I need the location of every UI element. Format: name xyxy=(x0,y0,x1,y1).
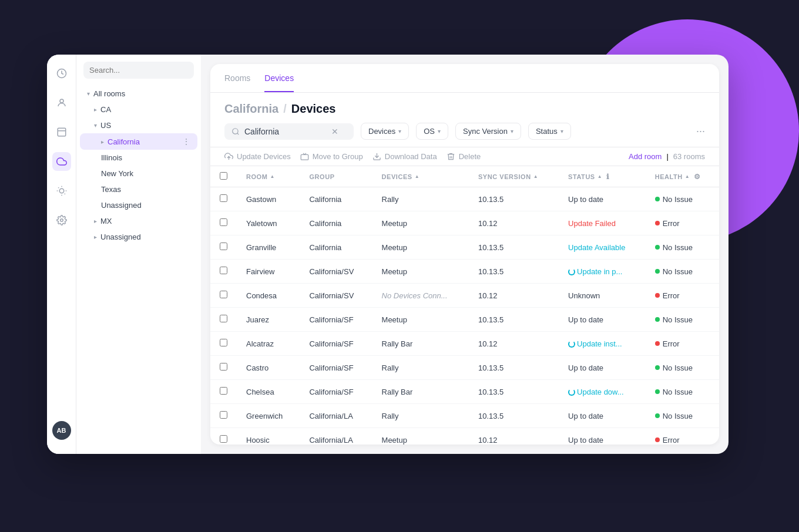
cell-group: California/SV xyxy=(300,284,372,308)
filter-os-button[interactable]: OS ▾ xyxy=(416,123,448,140)
nav-item-new-york[interactable]: New York xyxy=(80,166,197,181)
sort-status[interactable]: STATUS xyxy=(568,173,602,180)
cell-health: No Issue xyxy=(646,187,719,211)
cell-health: Error xyxy=(646,284,719,308)
sort-devices[interactable]: DEVICES xyxy=(382,173,420,180)
update-devices-button[interactable]: Update Devices xyxy=(224,152,291,161)
nav-icon-light[interactable] xyxy=(52,181,71,200)
select-all-header[interactable] xyxy=(210,166,237,187)
download-data-button[interactable]: Download Data xyxy=(372,152,437,161)
add-room-button[interactable]: Add room xyxy=(629,152,662,161)
health-badge: Error xyxy=(655,436,680,445)
row-checkbox[interactable] xyxy=(220,243,227,250)
more-options-button[interactable]: ··· xyxy=(696,125,705,137)
cell-status: Update Available xyxy=(559,235,646,260)
table-row[interactable]: GastownCaliforniaRally10.13.5Up to dateN… xyxy=(210,187,719,211)
filter-devices-button[interactable]: Devices ▾ xyxy=(361,123,409,140)
nav-item-all-rooms[interactable]: ▾ All rooms xyxy=(80,86,197,102)
row-checkbox[interactable] xyxy=(220,435,227,443)
three-dot-menu[interactable]: ⋮ xyxy=(182,137,190,146)
health-settings-icon[interactable]: ⚙ xyxy=(694,173,701,181)
nav-item-unassigned-us[interactable]: Unassigned xyxy=(80,197,197,213)
col-header-sync-version[interactable]: SYNC VERSION xyxy=(469,166,559,187)
cell-health: No Issue xyxy=(646,404,719,428)
table-row[interactable]: HoosicCalifornia/LAMeetup10.12Up to date… xyxy=(210,428,719,445)
cell-group: California/SF xyxy=(300,332,372,356)
table-row[interactable]: JuarezCalifornia/SFMeetup10.13.5Up to da… xyxy=(210,308,719,332)
table-row[interactable]: AlcatrazCalifornia/SFRally Bar10.12Updat… xyxy=(210,332,719,356)
cell-sync-version: 10.12 xyxy=(469,211,559,235)
sort-health[interactable]: HEALTH xyxy=(655,173,690,180)
nav-item-unassigned[interactable]: ▸ Unassigned xyxy=(80,229,197,245)
col-header-room[interactable]: ROOM xyxy=(237,166,300,187)
tab-rooms[interactable]: Rooms xyxy=(224,64,250,92)
cell-status: Update inst... xyxy=(559,332,646,356)
col-header-group[interactable]: GROUP xyxy=(300,166,372,187)
delete-button[interactable]: Delete xyxy=(446,152,481,161)
sort-group[interactable]: GROUP xyxy=(309,173,334,180)
spinner-icon xyxy=(568,341,575,348)
cell-health: No Issue xyxy=(646,356,719,380)
breadcrumb-section[interactable]: California xyxy=(224,102,278,116)
svg-point-11 xyxy=(60,219,63,222)
svg-rect-15 xyxy=(301,154,308,160)
icon-strip: AB xyxy=(47,55,76,454)
row-checkbox[interactable] xyxy=(220,218,227,226)
status-text: Up to date xyxy=(568,315,603,324)
col-header-health[interactable]: HEALTH ⚙ xyxy=(646,166,719,187)
table-row[interactable]: ChelseaCalifornia/SFRally Bar10.13.5Upda… xyxy=(210,380,719,404)
svg-point-1 xyxy=(60,99,63,103)
table-row[interactable]: CondesaCalifornia/SVNo Devices Conn...10… xyxy=(210,284,719,308)
cell-devices: Rally xyxy=(372,187,469,211)
nav-tree: ▾ All rooms ▸ CA ▾ US ▸ California ⋮ xyxy=(76,55,201,454)
nav-icon-home[interactable] xyxy=(52,93,71,112)
status-text: Update Available xyxy=(568,243,625,252)
row-checkbox[interactable] xyxy=(220,194,227,202)
row-checkbox[interactable] xyxy=(220,411,227,419)
health-badge: No Issue xyxy=(655,315,693,324)
row-checkbox[interactable] xyxy=(220,387,227,395)
row-checkbox[interactable] xyxy=(220,315,227,322)
search-input[interactable]: California xyxy=(244,127,327,136)
table-row[interactable]: CastroCalifornia/SFRally10.13.5Up to dat… xyxy=(210,356,719,380)
col-header-status[interactable]: STATUS ℹ xyxy=(559,166,646,187)
cell-room: Condesa xyxy=(237,284,300,308)
row-checkbox[interactable] xyxy=(220,291,227,298)
nav-icon-settings[interactable] xyxy=(52,211,71,230)
nav-item-texas[interactable]: Texas xyxy=(80,181,197,197)
cell-sync-version: 10.13.5 xyxy=(469,260,559,284)
user-avatar[interactable]: AB xyxy=(52,421,71,440)
table-row[interactable]: FairviewCalifornia/SVMeetup10.13.5Update… xyxy=(210,260,719,284)
filter-status-button[interactable]: Status ▾ xyxy=(528,123,571,140)
nav-item-california[interactable]: ▸ California ⋮ xyxy=(80,133,197,150)
filter-sync-version-button[interactable]: Sync Version ▾ xyxy=(455,123,521,140)
nav-item-illinois[interactable]: Illinois xyxy=(80,150,197,166)
row-checkbox[interactable] xyxy=(220,267,227,274)
select-all-checkbox[interactable] xyxy=(220,172,227,180)
nav-icon-cloud[interactable] xyxy=(52,152,71,171)
cell-group: California/SF xyxy=(300,380,372,404)
nav-icon-rooms[interactable] xyxy=(52,123,71,142)
nav-search-input[interactable] xyxy=(83,62,194,79)
nav-item-us[interactable]: ▾ US xyxy=(80,117,197,133)
status-info-icon[interactable]: ℹ xyxy=(606,173,610,181)
search-icon xyxy=(231,127,240,136)
table-row[interactable]: GranvilleCaliforniaMeetup10.13.5Update A… xyxy=(210,235,719,260)
cell-room: Castro xyxy=(237,356,300,380)
health-badge: Error xyxy=(655,219,680,228)
nav-item-mx[interactable]: ▸ MX xyxy=(80,213,197,229)
move-to-group-button[interactable]: Move to Group xyxy=(300,152,363,161)
tab-devices[interactable]: Devices xyxy=(264,64,294,92)
sort-room[interactable]: ROOM xyxy=(246,173,275,180)
nav-item-ca[interactable]: ▸ CA xyxy=(80,102,197,117)
row-checkbox[interactable] xyxy=(220,339,227,346)
row-checkbox[interactable] xyxy=(220,363,227,371)
logo-icon[interactable] xyxy=(52,64,71,83)
col-header-devices[interactable]: DEVICES xyxy=(372,166,469,187)
cell-health: No Issue xyxy=(646,380,719,404)
search-clear-button[interactable]: ✕ xyxy=(331,127,338,136)
table-row[interactable]: GreenwichCalifornia/LARally10.13.5Up to … xyxy=(210,404,719,428)
table-row[interactable]: YaletownCaliforniaMeetup10.12Update Fail… xyxy=(210,211,719,235)
sort-sync-version[interactable]: SYNC VERSION xyxy=(478,173,538,180)
cell-group: California/SF xyxy=(300,308,372,332)
